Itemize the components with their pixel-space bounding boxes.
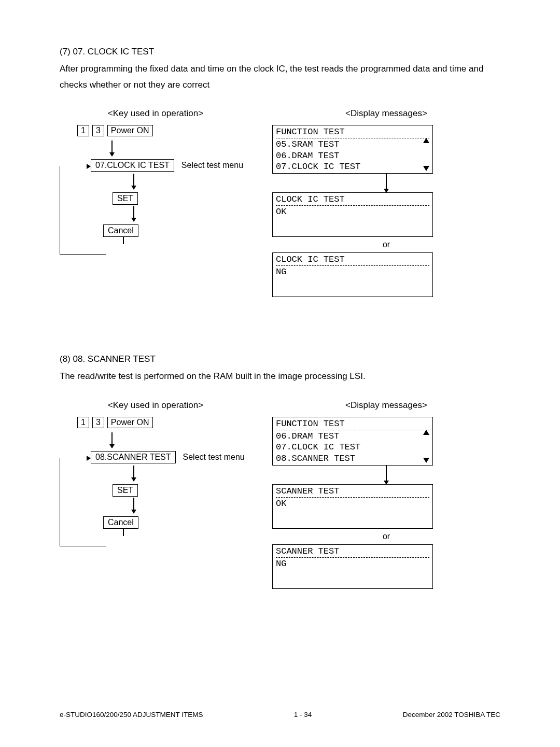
scroll-up-icon — [423, 430, 429, 435]
footer-center: 1 - 34 — [294, 711, 312, 718]
key-power-on: Power ON — [107, 417, 153, 428]
dashed-divider — [276, 138, 429, 138]
step-cancel-box: Cancel — [103, 516, 138, 529]
display-line: SCANNER TEST — [276, 546, 429, 557]
scroll-down-icon — [423, 166, 429, 171]
arrow-right-icon — [87, 164, 91, 169]
section8-heading: (8) 08. SCANNER TEST — [60, 354, 500, 364]
section8-left-header: <Key used in operation> — [60, 400, 251, 411]
scroll-down-icon — [423, 458, 429, 463]
section7-right-header: <Display messages> — [272, 108, 500, 119]
display-line: 05.SRAM TEST — [276, 139, 429, 150]
step-set-box: SET — [113, 192, 138, 205]
dashed-divider — [276, 497, 429, 498]
display-line: 07.CLOCK IC TEST — [276, 442, 429, 453]
connector-line — [123, 237, 124, 244]
connector-line — [123, 529, 124, 536]
arrow-down-icon — [386, 475, 387, 484]
display-line: FUNCTION TEST — [276, 126, 429, 137]
section8-right-header: <Display messages> — [272, 400, 500, 411]
connector-line — [386, 466, 387, 475]
dashed-divider — [276, 557, 429, 558]
step-menu-box: 07.CLOCK IC TEST — [91, 159, 174, 172]
return-line — [60, 458, 91, 546]
key-1: 1 — [77, 125, 89, 136]
dashed-divider — [276, 265, 429, 266]
display-result-ng: CLOCK IC TEST NG — [272, 252, 433, 297]
arrow-down-icon — [133, 466, 134, 481]
scroll-up-icon — [423, 138, 429, 143]
step-set-box: SET — [113, 484, 138, 497]
arrow-down-icon — [133, 206, 134, 221]
display-line: OK — [276, 206, 429, 217]
return-line — [60, 166, 91, 255]
arrow-right-icon — [87, 456, 91, 461]
display-line: 06.DRAM TEST — [276, 431, 429, 442]
display-menu: FUNCTION TEST 05.SRAM TEST 06.DRAM TEST … — [272, 125, 433, 174]
display-line: FUNCTION TEST — [276, 418, 429, 429]
display-line: 08.SCANNER TEST — [276, 453, 429, 464]
arrow-down-icon — [133, 174, 134, 189]
key-3: 3 — [92, 125, 104, 136]
section7-body: After programming the fixed data and tim… — [60, 61, 500, 93]
display-line: SCANNER TEST — [276, 486, 429, 497]
footer-right: December 2002 TOSHIBA TEC — [403, 711, 500, 718]
arrow-down-icon — [133, 498, 134, 513]
or-label: or — [272, 532, 500, 541]
connector-line — [386, 174, 387, 183]
or-label: or — [272, 240, 500, 249]
display-line: OK — [276, 498, 429, 509]
display-line: CLOCK IC TEST — [276, 194, 429, 205]
dashed-divider — [276, 205, 429, 206]
display-line: CLOCK IC TEST — [276, 254, 429, 265]
key-1: 1 — [77, 417, 89, 428]
display-line: NG — [276, 558, 429, 569]
arrow-down-icon — [386, 183, 387, 192]
display-menu: FUNCTION TEST 06.DRAM TEST 07.CLOCK IC T… — [272, 417, 433, 466]
section8-body: The read/write test is performed on the … — [60, 369, 500, 385]
section7-left-header: <Key used in operation> — [60, 108, 251, 119]
connector-line — [60, 254, 106, 255]
footer-left: e-STUDIO160/200/250 ADJUSTMENT ITEMS — [60, 711, 203, 718]
key-power-on: Power ON — [107, 125, 153, 136]
section7-heading: (7) 07. CLOCK IC TEST — [60, 47, 500, 57]
key-3: 3 — [92, 417, 104, 428]
display-line: 06.DRAM TEST — [276, 150, 429, 161]
select-test-menu-label: Select test menu — [181, 161, 243, 170]
display-result-ng: SCANNER TEST NG — [272, 544, 433, 589]
select-test-menu-label: Select test menu — [183, 453, 245, 462]
step-cancel-box: Cancel — [103, 224, 138, 237]
display-line: 07.CLOCK IC TEST — [276, 161, 429, 172]
display-result-ok: SCANNER TEST OK — [272, 484, 433, 529]
connector-line — [60, 546, 106, 546]
arrow-down-icon — [111, 432, 113, 448]
arrow-down-icon — [111, 140, 113, 156]
display-line: NG — [276, 266, 429, 277]
dashed-divider — [276, 430, 429, 430]
page-footer: e-STUDIO160/200/250 ADJUSTMENT ITEMS 1 -… — [60, 711, 500, 718]
display-result-ok: CLOCK IC TEST OK — [272, 192, 433, 237]
step-menu-box: 08.SCANNER TEST — [91, 451, 176, 463]
